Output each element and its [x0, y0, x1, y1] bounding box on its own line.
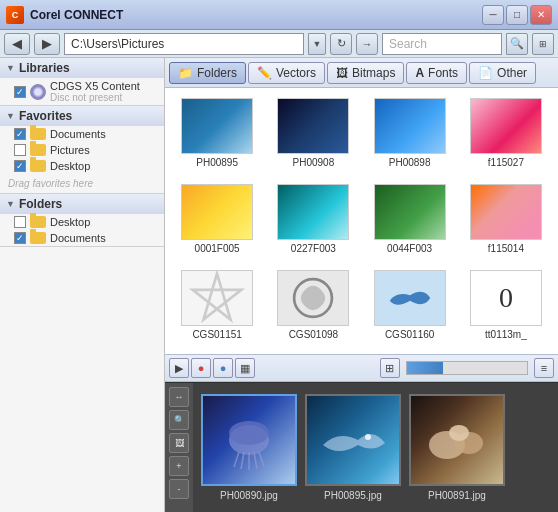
toolbar-other-button[interactable]: 📄 Other — [469, 62, 536, 84]
folder-documents[interactable]: ✓ Documents — [0, 230, 164, 246]
file-item[interactable]: 0001F005 — [171, 180, 263, 262]
minimize-button[interactable]: ─ — [482, 5, 504, 25]
svg-point-9 — [365, 434, 371, 440]
file-item[interactable]: PH00898 — [364, 94, 456, 176]
file-item[interactable]: f115014 — [460, 180, 552, 262]
preview-item[interactable]: PH00890.jpg — [201, 394, 297, 501]
vectors-btn-label: Vectors — [276, 66, 316, 80]
library-item-cdgs[interactable]: ✓ CDGS X5 Content Disc not present — [0, 78, 164, 105]
addressbar: ◀ ▶ C:\Users\Pictures ▼ ↻ → Search 🔍 ⊞ — [0, 30, 558, 58]
navigate-button[interactable]: → — [356, 33, 378, 55]
cdgs-name: CDGS X5 Content — [50, 80, 140, 92]
libraries-header[interactable]: ▼ Libraries — [0, 58, 164, 78]
svg-line-5 — [241, 452, 244, 469]
folder-desktop[interactable]: Desktop — [0, 214, 164, 230]
favorites-expand-icon: ▼ — [6, 111, 15, 121]
file-item[interactable]: PH00895 — [171, 94, 263, 176]
favorites-label: Favorites — [19, 109, 72, 123]
file-item[interactable]: PH00908 — [267, 94, 359, 176]
documents-label: Documents — [50, 128, 106, 140]
sidebar: ▼ Libraries ✓ CDGS X5 Content Disc not p… — [0, 58, 165, 512]
search-button[interactable]: 🔍 — [506, 33, 528, 55]
titlebar: C Corel CONNECT ─ □ ✕ — [0, 0, 558, 30]
preview-tool-resize[interactable]: ↔ — [169, 387, 189, 407]
folder-desktop-checkbox[interactable] — [14, 216, 26, 228]
window-controls: ─ □ ✕ — [482, 5, 552, 25]
file-thumbnail — [277, 98, 349, 154]
close-button[interactable]: ✕ — [530, 5, 552, 25]
file-item[interactable]: CGS01151 — [171, 266, 263, 348]
back-button[interactable]: ◀ — [4, 33, 30, 55]
file-thumbnail — [181, 184, 253, 240]
file-thumbnail — [374, 184, 446, 240]
forward-button[interactable]: ▶ — [34, 33, 60, 55]
red-button[interactable]: ● — [191, 358, 211, 378]
documents-checkbox[interactable]: ✓ — [14, 128, 26, 140]
preview-tool-zoom-out[interactable]: - — [169, 479, 189, 499]
svg-line-4 — [234, 452, 239, 467]
chart-button[interactable]: ▦ — [235, 358, 255, 378]
desktop-checkbox[interactable]: ✓ — [14, 160, 26, 172]
toolbar-vectors-button[interactable]: ✏️ Vectors — [248, 62, 325, 84]
folder-documents-checkbox[interactable]: ✓ — [14, 232, 26, 244]
file-name: f115014 — [488, 243, 524, 254]
play-button[interactable]: ▶ — [169, 358, 189, 378]
favorite-documents[interactable]: ✓ Documents — [0, 126, 164, 142]
file-grid: PH00895 PH00908 PH00898 f115027 — [165, 88, 558, 354]
progress-fill — [407, 362, 443, 374]
pictures-checkbox[interactable] — [14, 144, 26, 156]
svg-point-3 — [229, 421, 269, 445]
fonts-btn-icon: A — [415, 66, 424, 80]
preview-tool-zoom[interactable]: 🔍 — [169, 410, 189, 430]
file-thumbnail — [470, 184, 542, 240]
view-toggle-button[interactable]: ⊞ — [532, 33, 554, 55]
grid-view-button[interactable]: ⊞ — [380, 358, 400, 378]
list-view-button[interactable]: ≡ — [534, 358, 554, 378]
search-field[interactable]: Search — [382, 33, 502, 55]
file-item[interactable]: 0 tt0113m_ — [460, 266, 552, 348]
toolbar-fonts-button[interactable]: A Fonts — [406, 62, 467, 84]
preview-tool-zoom-in[interactable]: + — [169, 456, 189, 476]
folders-expand-icon: ▼ — [6, 199, 15, 209]
preview-tool-image[interactable]: 🖼 — [169, 433, 189, 453]
preview-thumbnail — [201, 394, 297, 486]
folder-desktop-label: Desktop — [50, 216, 90, 228]
toolbar-folders-button[interactable]: 📁 Folders — [169, 62, 246, 84]
address-dropdown[interactable]: ▼ — [308, 33, 326, 55]
folders-header[interactable]: ▼ Folders — [0, 194, 164, 214]
toolbar-bitmaps-button[interactable]: 🖼 Bitmaps — [327, 62, 404, 84]
preview-panel: ↔ 🔍 🖼 + - — [165, 382, 558, 512]
preview-images: PH00890.jpg PH00895.jpg — [193, 383, 558, 512]
app-title: Corel CONNECT — [30, 8, 482, 22]
file-thumbnail — [277, 270, 349, 326]
file-item[interactable]: 0227F003 — [267, 180, 359, 262]
file-item[interactable]: 0044F003 — [364, 180, 456, 262]
preview-item[interactable]: PH00895.jpg — [305, 394, 401, 501]
preview-filename: PH00891.jpg — [428, 490, 486, 501]
file-name: 0044F003 — [387, 243, 432, 254]
folders-section: ▼ Folders Desktop ✓ Documents — [0, 194, 164, 247]
other-btn-label: Other — [497, 66, 527, 80]
folder-icon — [30, 144, 46, 156]
file-name: CGS01151 — [192, 329, 241, 340]
folder-documents-label: Documents — [50, 232, 106, 244]
libraries-label: Libraries — [19, 61, 70, 75]
svg-line-8 — [259, 452, 264, 467]
preview-item[interactable]: PH00891.jpg — [409, 394, 505, 501]
file-name: PH00895 — [196, 157, 238, 168]
address-field[interactable]: C:\Users\Pictures — [64, 33, 304, 55]
fonts-btn-label: Fonts — [428, 66, 458, 80]
cdgs-checkbox[interactable]: ✓ — [14, 86, 26, 98]
favorite-desktop[interactable]: ✓ Desktop — [0, 158, 164, 174]
refresh-button[interactable]: ↻ — [330, 33, 352, 55]
file-item[interactable]: CGS01160 — [364, 266, 456, 348]
file-item[interactable]: f115027 — [460, 94, 552, 176]
file-name: CGS01098 — [289, 329, 338, 340]
folder-icon — [30, 128, 46, 140]
favorite-pictures[interactable]: Pictures — [0, 142, 164, 158]
blue-button[interactable]: ● — [213, 358, 233, 378]
maximize-button[interactable]: □ — [506, 5, 528, 25]
favorites-header[interactable]: ▼ Favorites — [0, 106, 164, 126]
file-name: PH00908 — [293, 157, 335, 168]
file-item[interactable]: CGS01098 — [267, 266, 359, 348]
